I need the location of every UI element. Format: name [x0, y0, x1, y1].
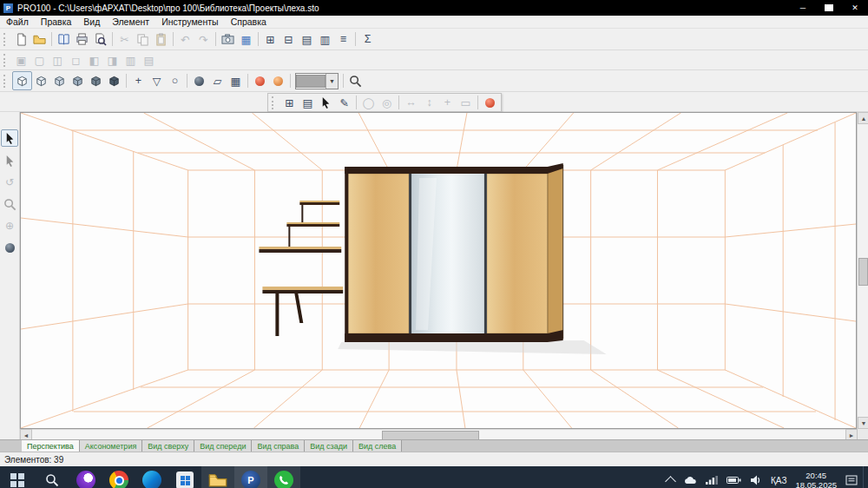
wardrobe-top-rail[interactable]	[345, 163, 562, 174]
vertical-scrollbar[interactable]: ▲ ▼	[857, 112, 868, 429]
circle-tool-button[interactable]: ◯	[359, 94, 378, 111]
scroll-down-button[interactable]: ▼	[858, 417, 868, 429]
paste-button[interactable]	[152, 30, 170, 48]
tab-top-view[interactable]: Вид сверху	[142, 440, 194, 452]
floor-toggle-button[interactable]: ▽	[148, 72, 166, 89]
desk-edge[interactable]	[262, 290, 343, 293]
price-calc-button[interactable]: Σ	[358, 30, 377, 48]
desk-leg-front[interactable]	[275, 293, 279, 336]
minimize-button[interactable]: ─	[790, 0, 816, 16]
tab-right-view[interactable]: Вид справа	[252, 440, 305, 452]
new-document-button[interactable]	[12, 30, 30, 48]
frame-tool-button[interactable]: ▭	[457, 94, 475, 111]
viewport-3d[interactable]	[20, 112, 857, 429]
orbit-tool-button[interactable]	[2, 240, 17, 255]
material-sphere-button[interactable]	[190, 72, 208, 89]
wardrobe[interactable]	[345, 163, 562, 342]
wardrobe-left-stile[interactable]	[345, 167, 348, 342]
desk[interactable]	[262, 287, 343, 336]
rotate-view-button[interactable]: ↺	[2, 175, 17, 190]
align-right-button[interactable]: ◻	[67, 51, 85, 69]
menu-edit[interactable]: Правка	[35, 16, 77, 28]
shelf-3-top[interactable]	[259, 247, 341, 249]
tab-left-view[interactable]: Вид слева	[353, 440, 402, 452]
tab-back-view[interactable]: Вид сзади	[305, 440, 353, 452]
browser-app-button[interactable]	[69, 466, 102, 488]
zoom-view-button[interactable]	[2, 196, 17, 212]
ruler-toggle-button[interactable]: ▱	[208, 72, 227, 89]
align-left-button[interactable]: ◫	[49, 51, 67, 69]
shelf-1-top[interactable]	[299, 201, 339, 202]
menu-element[interactable]: Элемент	[106, 16, 155, 28]
tab-front-view[interactable]: Вид спереди	[194, 440, 252, 452]
maximize-button[interactable]	[816, 0, 842, 16]
close-button[interactable]: ✕	[842, 0, 868, 16]
toolbar-grip[interactable]	[3, 33, 9, 46]
menu-tools[interactable]: Инструменты	[155, 16, 224, 28]
shelf-3-edge[interactable]	[259, 249, 341, 253]
print-button[interactable]	[73, 30, 91, 48]
align-bottom-button[interactable]: ◨	[103, 51, 122, 69]
desk-leg-rear[interactable]	[294, 293, 303, 323]
dim-height-button[interactable]: ⊟	[279, 30, 298, 48]
undo-button[interactable]: ↶	[176, 30, 194, 48]
taskbar-search-button[interactable]	[35, 466, 69, 488]
battery-tray-icon[interactable]	[727, 477, 741, 484]
menu-help[interactable]: Справка	[225, 16, 273, 28]
copy-button[interactable]	[134, 30, 152, 48]
tray-expand-button[interactable]	[667, 475, 674, 485]
redo-button[interactable]: ↷	[194, 30, 213, 48]
language-indicator[interactable]: ҚАЗ	[771, 476, 786, 485]
library-button[interactable]	[55, 30, 73, 48]
orbit-add-button[interactable]: ⊕	[2, 218, 17, 234]
material-dropdown-button[interactable]: ▼	[326, 74, 338, 89]
dim-list-button[interactable]: ▤	[298, 30, 316, 48]
wall-shelves[interactable]	[259, 201, 341, 253]
tab-axonometry[interactable]: Аксонометрия	[80, 440, 143, 452]
horizontal-scroll-thumb[interactable]	[382, 431, 479, 440]
center-h-button[interactable]: ▥	[122, 51, 140, 69]
shelf-1-edge[interactable]	[299, 202, 339, 205]
dim-width-button[interactable]: ⊞	[261, 30, 279, 48]
shelf-2-top[interactable]	[286, 222, 339, 224]
add-element-button[interactable]: +	[438, 94, 457, 111]
view-wireframe-button[interactable]	[12, 71, 32, 90]
shelf-support-2[interactable]	[288, 227, 290, 247]
view-shaded-button[interactable]	[87, 72, 105, 89]
camera-toggle-button[interactable]: ○	[166, 72, 184, 89]
view-hidden-lines-button[interactable]	[50, 72, 69, 89]
shelf-2-edge[interactable]	[286, 224, 339, 227]
shelf-support-1[interactable]	[301, 205, 303, 222]
wardrobe-side-panel[interactable]	[548, 165, 563, 339]
move-vertical-button[interactable]: ↕	[420, 94, 438, 111]
ellipse-tool-button[interactable]: ◎	[378, 94, 396, 111]
taskbar-clock[interactable]: 20:45 18.05.2025	[795, 471, 837, 488]
pro100-app-button[interactable]: P	[234, 466, 267, 488]
pen-tool-button[interactable]: ✎	[335, 94, 353, 111]
axes-toggle-button[interactable]: +	[129, 72, 148, 89]
wardrobe-right-door[interactable]	[487, 174, 548, 333]
volume-tray-icon[interactable]	[750, 474, 762, 486]
menu-view[interactable]: Вид	[77, 16, 106, 28]
network-tray-icon[interactable]	[706, 476, 718, 485]
desk-top[interactable]	[262, 287, 343, 290]
toolbar-grip[interactable]	[3, 54, 9, 67]
zoom-tool-button[interactable]	[346, 72, 365, 89]
toolbar-grip[interactable]	[3, 75, 9, 88]
dim-columns-button[interactable]: ▥	[316, 30, 334, 48]
menu-file[interactable]: Файл	[0, 16, 35, 28]
anchor-orange-button[interactable]	[269, 72, 287, 89]
wardrobe-left-door[interactable]	[348, 174, 409, 333]
group-button[interactable]: ▣	[12, 51, 30, 69]
align-top-button[interactable]: ◧	[85, 51, 103, 69]
move-horizontal-button[interactable]: ↔	[402, 94, 420, 111]
pointer-tool-button[interactable]	[317, 94, 335, 111]
horizontal-scrollbar[interactable]	[32, 429, 845, 439]
explorer-app-button[interactable]	[201, 466, 234, 488]
view-sketch-button[interactable]	[32, 72, 50, 89]
center-v-button[interactable]: ▤	[140, 51, 158, 69]
report-button[interactable]: ▦	[237, 30, 255, 48]
action-center-button[interactable]	[845, 474, 858, 486]
material-color-picker[interactable]: ▼	[295, 73, 339, 89]
record-button[interactable]	[481, 94, 499, 111]
